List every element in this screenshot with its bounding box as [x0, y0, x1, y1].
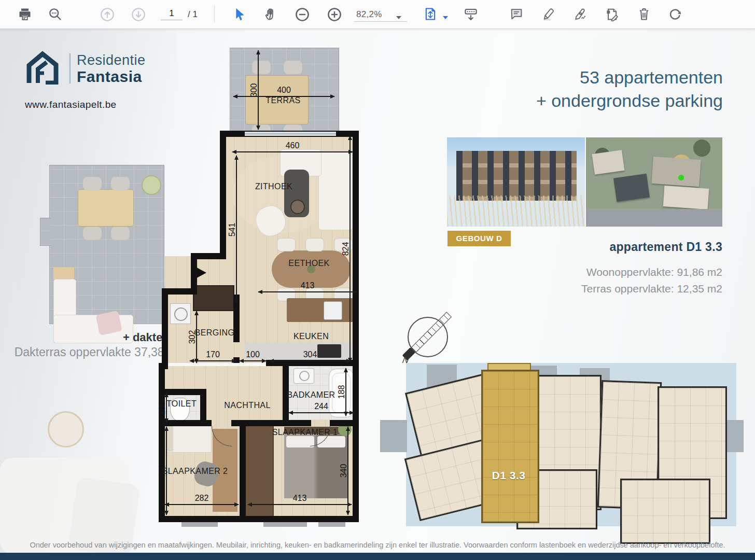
dim-label: 188: [337, 385, 346, 399]
photo-building-exterior: [447, 137, 585, 227]
disclaimer-text: Onder voorbehoud van wijzigingen en maat…: [0, 541, 755, 549]
dim-berging-width: 170: [190, 360, 236, 361]
dim-label: 244: [314, 402, 328, 411]
dim-kitchen-width: 304: [270, 360, 351, 361]
kitchen-sink: [324, 301, 342, 320]
photo-building-garden: [447, 195, 585, 227]
wall-segment: [330, 420, 359, 426]
zoom-out-button[interactable]: [295, 7, 310, 22]
select-tool-icon: [231, 7, 246, 21]
room-label-berging: BERGING: [195, 328, 235, 338]
page-up-icon: [100, 7, 115, 22]
dim-bedroom1-width: 413: [248, 504, 352, 505]
zoom-level-value[interactable]: 82,2%: [356, 9, 382, 20]
dim-label: 413: [301, 281, 315, 290]
dim-label: 282: [195, 494, 209, 503]
print-icon: [18, 7, 32, 21]
redo-button[interactable]: [668, 7, 683, 22]
dim-bathroom-depth: 188: [345, 368, 346, 416]
terrace-area-label: Terras oppervlakte: 12,35 m2: [581, 283, 722, 295]
dim-terras-depth: 300: [258, 50, 259, 130]
photo-building-facade: [456, 151, 577, 201]
collapse-toolbar-button[interactable]: [463, 7, 479, 22]
dim-bathroom-width: 244: [289, 412, 354, 413]
toolbar-divider: [214, 5, 215, 23]
dim-label: 100: [246, 350, 260, 359]
wall-segment: [159, 363, 165, 522]
roof-terrace-chair: [83, 227, 102, 240]
headline: 53 appartementen + ondergrondse parking: [536, 66, 723, 113]
zoom-dropdown-caret[interactable]: [396, 12, 402, 22]
page-down-button[interactable]: [131, 7, 146, 22]
roof-terrace-chair: [83, 177, 102, 190]
roof-terrace-plant: [142, 175, 161, 195]
room-label-badkamer: BADKAMER: [287, 390, 335, 400]
dim-living-width: 460: [232, 151, 353, 152]
dim-bedroom2-depth: 340: [166, 427, 167, 515]
page-down-icon: [131, 7, 146, 22]
comment-button[interactable]: [509, 7, 525, 22]
window-sill: [181, 522, 218, 527]
highlight-button[interactable]: [541, 7, 557, 22]
washing-machine-door: [174, 307, 188, 321]
dim-terras-width: 400: [233, 96, 334, 97]
dim-label: 302: [188, 330, 197, 344]
search-button[interactable]: [48, 7, 63, 22]
sofa: [318, 150, 353, 230]
location-marker-dot: [678, 175, 684, 180]
room-label-keuken: KEUKEN: [293, 332, 329, 341]
logo-house-icon: [25, 50, 63, 85]
fit-dropdown-caret[interactable]: [442, 12, 449, 22]
page-number-input[interactable]: 1: [161, 8, 183, 20]
wall-segment: [353, 131, 359, 522]
select-tool-button[interactable]: [231, 7, 247, 22]
dim-bedroom2-width: 282: [165, 504, 239, 505]
roof-terrace-label: + dakterras: [13, 331, 184, 344]
room-label-nachthal: NACHTHAL: [224, 401, 270, 410]
roof-terrace-chair: [111, 227, 130, 240]
dim-hall-width: 100: [240, 360, 266, 361]
zoom-in-button[interactable]: [327, 7, 342, 22]
dim-label: 170: [206, 350, 220, 359]
signature-icon: [574, 7, 588, 21]
page-up-button[interactable]: [100, 7, 115, 22]
hand-tool-button[interactable]: [263, 7, 279, 22]
overview-highlight-unit: [481, 370, 539, 523]
logo-divider: [69, 53, 71, 83]
website-url: www.fantasiapelt.be: [25, 99, 117, 110]
delete-button[interactable]: [637, 7, 652, 22]
room-label-slaapkamer1: SLAAPKAMER 1: [272, 428, 338, 437]
photo-aerial-view: [586, 137, 722, 227]
delete-icon: [637, 7, 651, 21]
collapse-toolbar-icon: [463, 7, 479, 22]
dining-chair: [305, 238, 324, 251]
background-side-table: [48, 411, 84, 447]
search-icon: [48, 7, 62, 21]
dim-label: 824: [341, 242, 351, 256]
terras-chair: [252, 61, 271, 74]
headline-line1: 53 appartementen: [536, 66, 723, 89]
roof-terrace-chair: [111, 177, 130, 190]
living-area-label: Woonoppervlakte: 91,86 m2: [586, 266, 722, 278]
terras-chair: [284, 61, 302, 74]
pdf-page: Residentie Fantasia www.fantasiapelt.be …: [0, 29, 755, 560]
redo-icon: [668, 7, 682, 21]
kitchen-island: [287, 298, 356, 322]
print-button[interactable]: [18, 7, 33, 22]
roof-terrace-area-label: Dakterras oppervlakte 37,38 m2: [13, 345, 184, 359]
dim-label: 340: [339, 464, 348, 478]
photo-aerial-building-1: [592, 150, 624, 175]
fit-page-button[interactable]: [423, 7, 439, 22]
logo-subtitle: Fantasia: [77, 68, 142, 86]
signature-button[interactable]: [574, 7, 589, 22]
dim-berging-depth: 302: [196, 311, 197, 363]
zoom-underline: [354, 21, 407, 22]
dim-label: 340: [158, 464, 167, 478]
photo-aerial-road: [586, 209, 722, 227]
roof-terrace-step: [40, 218, 51, 246]
edit-page-button[interactable]: [605, 7, 620, 22]
overview-highlight-label: D1 3.3: [481, 469, 536, 482]
room-label-slaapkamer2: SLAAPKAMER 2: [162, 467, 228, 476]
room-label-terras: TERRAS: [265, 96, 300, 105]
wall-segment: [220, 131, 226, 259]
